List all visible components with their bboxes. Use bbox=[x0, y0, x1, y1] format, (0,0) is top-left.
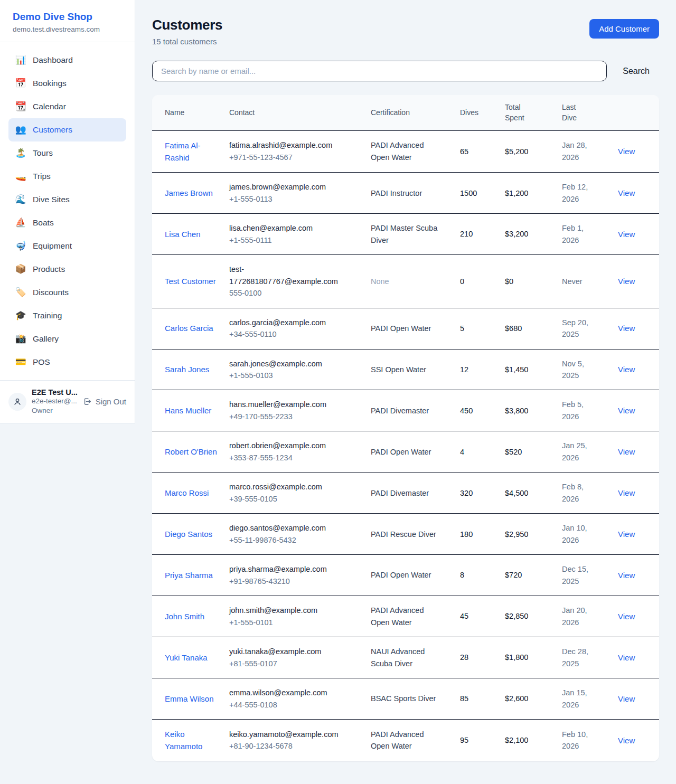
customer-name-link[interactable]: Yuki Tanaka bbox=[165, 651, 208, 664]
customer-email: john.smith@example.com bbox=[229, 604, 352, 616]
customer-name-link[interactable]: Emma Wilson bbox=[165, 693, 214, 705]
customer-name-link[interactable]: Lisa Chen bbox=[165, 228, 201, 240]
column-header-label: Certification bbox=[371, 107, 452, 118]
table-row: Sarah Jonessarah.jones@example.com+1-555… bbox=[152, 349, 659, 390]
cell-dives: 65 bbox=[460, 130, 505, 173]
cell-last-dive: Feb 10, 2026 bbox=[562, 719, 618, 761]
cell-dives: 28 bbox=[460, 637, 505, 678]
customer-email: lisa.chen@example.com bbox=[229, 222, 352, 234]
sidebar-item-gallery[interactable]: 📸Gallery bbox=[8, 327, 126, 351]
view-link[interactable]: View bbox=[618, 694, 635, 703]
sidebar-item-bookings[interactable]: 📅Bookings bbox=[8, 72, 126, 95]
customer-name-link[interactable]: Hans Mueller bbox=[165, 404, 211, 417]
customer-phone: +1-555-0101 bbox=[229, 617, 362, 628]
cell-name: Marco Rossi bbox=[152, 473, 229, 514]
customer-total-spent: $3,800 bbox=[505, 405, 553, 417]
customer-name-link[interactable]: Diego Santos bbox=[165, 528, 212, 540]
cell-name: Keiko Yamamoto bbox=[152, 719, 229, 761]
cell-total-spent: $2,850 bbox=[505, 596, 562, 637]
sidebar-item-tours[interactable]: 🏝️Tours bbox=[8, 141, 126, 165]
cell-total-spent: $3,200 bbox=[505, 214, 562, 255]
customer-last-dive: Nov 5, 2025 bbox=[562, 358, 601, 382]
column-header-certification: Certification bbox=[371, 95, 460, 130]
view-link[interactable]: View bbox=[618, 365, 635, 374]
sign-out-button[interactable]: Sign Out bbox=[82, 397, 126, 406]
sidebar-item-customers[interactable]: 👥Customers bbox=[8, 118, 126, 141]
view-link[interactable]: View bbox=[618, 653, 635, 662]
view-link[interactable]: View bbox=[618, 188, 635, 197]
sidebar-item-label: Products bbox=[33, 265, 65, 274]
sidebar-item-calendar[interactable]: 📆Calendar bbox=[8, 95, 126, 118]
sidebar-item-training[interactable]: 🎓Training bbox=[8, 304, 126, 327]
view-link[interactable]: View bbox=[618, 147, 635, 156]
view-link[interactable]: View bbox=[618, 571, 635, 580]
cell-dives: 8 bbox=[460, 555, 505, 596]
customer-phone: +1-555-0103 bbox=[229, 370, 362, 381]
sidebar-item-discounts[interactable]: 🏷️Discounts bbox=[8, 281, 126, 304]
sidebar-item-label: Dashboard bbox=[33, 55, 73, 65]
cell-name: Fatima Al-Rashid bbox=[152, 130, 229, 173]
sidebar-item-trips[interactable]: 🚤Trips bbox=[8, 165, 126, 188]
cell-last-dive: Feb 5, 2026 bbox=[562, 390, 618, 431]
view-link[interactable]: View bbox=[618, 230, 635, 239]
sidebar-item-dashboard[interactable]: 📊Dashboard bbox=[8, 49, 126, 72]
customer-name-link[interactable]: Priya Sharma bbox=[165, 569, 213, 581]
view-link[interactable]: View bbox=[618, 530, 635, 539]
customer-name-link[interactable]: Carlos Garcia bbox=[165, 322, 213, 334]
cell-total-spent: $5,200 bbox=[505, 130, 562, 173]
cell-contact: priya.sharma@example.com+91-98765-43210 bbox=[229, 555, 371, 596]
view-link[interactable]: View bbox=[618, 612, 635, 621]
cell-dives: 85 bbox=[460, 678, 505, 720]
view-link[interactable]: View bbox=[618, 736, 635, 745]
customer-certification: None bbox=[371, 276, 444, 287]
customer-name-link[interactable]: John Smith bbox=[165, 610, 204, 622]
cell-last-dive: Nov 5, 2025 bbox=[562, 349, 618, 390]
customer-name-link[interactable]: Marco Rossi bbox=[165, 487, 209, 499]
user-icon bbox=[13, 397, 22, 407]
table-row: Test Customertest-1772681807767@example.… bbox=[152, 255, 659, 308]
customer-name-link[interactable]: Fatima Al-Rashid bbox=[165, 139, 221, 164]
cell-total-spent: $1,800 bbox=[505, 637, 562, 678]
customer-total-spent: $1,800 bbox=[505, 651, 553, 663]
column-header-view bbox=[618, 95, 659, 130]
avatar bbox=[8, 393, 26, 411]
user-name: E2E Test U... bbox=[32, 388, 77, 396]
customer-dives: 0 bbox=[460, 276, 496, 287]
customer-email: hans.mueller@example.com bbox=[229, 399, 352, 410]
customer-name-link[interactable]: Test Customer bbox=[165, 275, 216, 287]
cell-name: Diego Santos bbox=[152, 514, 229, 555]
customer-name-link[interactable]: Robert O'Brien bbox=[165, 446, 217, 458]
search-button[interactable]: Search bbox=[623, 67, 650, 76]
view-link[interactable]: View bbox=[618, 488, 635, 497]
customer-certification: PADI Advanced Open Water bbox=[371, 604, 444, 628]
cell-certification: PADI Master Scuba Diver bbox=[371, 214, 460, 255]
view-link[interactable]: View bbox=[618, 447, 635, 456]
cell-certification: PADI Open Water bbox=[371, 431, 460, 473]
customer-name-link[interactable]: Keiko Yamamoto bbox=[165, 728, 221, 753]
view-link[interactable]: View bbox=[618, 277, 635, 286]
customer-name-link[interactable]: Sarah Jones bbox=[165, 363, 209, 375]
cell-last-dive: Jan 15, 2026 bbox=[562, 678, 618, 720]
cell-certification: PADI Divemaster bbox=[371, 390, 460, 431]
customer-name-link[interactable]: James Brown bbox=[165, 187, 213, 199]
table-row: Carlos Garciacarlos.garcia@example.com+3… bbox=[152, 308, 659, 349]
sidebar-item-boats[interactable]: ⛵Boats bbox=[8, 211, 126, 234]
sidebar: Demo Dive Shop demo.test.divestreams.com… bbox=[0, 0, 135, 423]
customer-certification: PADI Open Water bbox=[371, 323, 444, 334]
sidebar-item-equipment[interactable]: 🤿Equipment bbox=[8, 234, 126, 258]
view-link[interactable]: View bbox=[618, 406, 635, 415]
customer-certification: PADI Advanced Open Water bbox=[371, 729, 444, 752]
sidebar-item-dive-sites[interactable]: 🌊Dive Sites bbox=[8, 188, 126, 211]
sidebar-item-products[interactable]: 📦Products bbox=[8, 258, 126, 281]
label-tag-icon: 🏷️ bbox=[15, 288, 26, 297]
view-link[interactable]: View bbox=[618, 324, 635, 333]
cell-total-spent: $2,100 bbox=[505, 719, 562, 761]
cell-dives: 450 bbox=[460, 390, 505, 431]
add-customer-button[interactable]: Add Customer bbox=[589, 19, 659, 39]
cell-last-dive: Never bbox=[562, 255, 618, 308]
cell-name: Emma Wilson bbox=[152, 678, 229, 720]
sidebar-item-pos[interactable]: 💳POS bbox=[8, 351, 126, 374]
cell-last-dive: Feb 8, 2026 bbox=[562, 473, 618, 514]
customer-dives: 180 bbox=[460, 528, 496, 540]
search-input[interactable] bbox=[152, 61, 607, 81]
